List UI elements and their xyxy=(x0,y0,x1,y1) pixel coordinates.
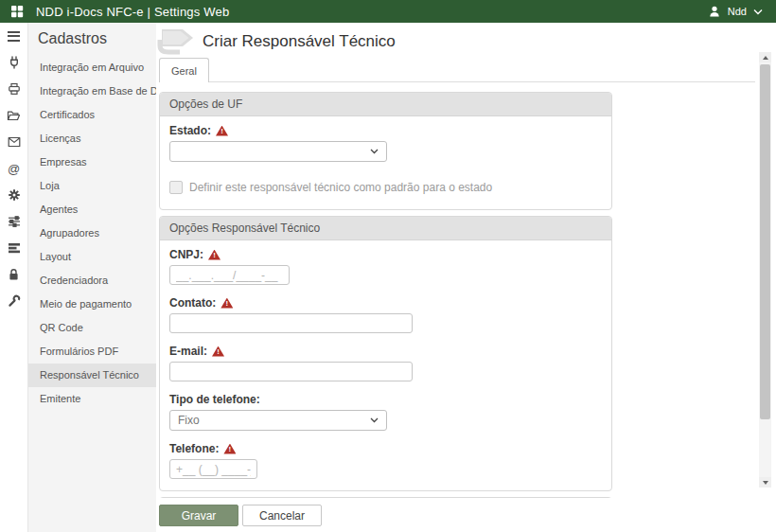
preferences-nav-button[interactable] xyxy=(0,208,27,235)
select-chevron-icon xyxy=(370,417,379,423)
topbar: NDD i-Docs NFC-e | Settings Web Ndd xyxy=(0,0,776,23)
sidebar-item-formularios-pdf[interactable]: Formulários PDF xyxy=(28,340,156,364)
sidebar-item-agentes[interactable]: Agentes xyxy=(28,198,156,222)
cnpj-input[interactable] xyxy=(169,265,290,285)
user-icon xyxy=(708,5,721,18)
hamburger-icon xyxy=(8,31,20,42)
tab-geral[interactable]: Geral xyxy=(159,58,209,82)
required-warning-icon xyxy=(220,298,233,309)
document-pages-icon xyxy=(156,27,198,57)
grid-icon xyxy=(10,5,24,18)
tipo-telefone-label-row: Tipo de telefone: xyxy=(169,393,602,406)
sidebar-icon-strip: @ xyxy=(0,23,28,532)
user-menu[interactable]: Ndd xyxy=(708,5,763,18)
sidebar-item-integracao-em-base-de-dados[interactable]: Integração em Base de Dados xyxy=(28,80,156,103)
tipo-telefone-select[interactable]: Fixo xyxy=(169,410,387,431)
section-title: Opções de UF xyxy=(160,93,611,116)
required-warning-icon xyxy=(212,346,224,357)
telefone-input[interactable] xyxy=(169,459,257,479)
app-title: NDD i-Docs NFC-e | Settings Web xyxy=(36,5,229,19)
plug-icon xyxy=(8,56,21,69)
sidebar-item-qr-code[interactable]: QR Code xyxy=(28,316,156,340)
at-icon: @ xyxy=(7,162,21,176)
sidebar-item-layout[interactable]: Layout xyxy=(28,245,156,269)
sidebar-item-licencas[interactable]: Licenças xyxy=(28,127,156,151)
tools-nav-button[interactable] xyxy=(0,288,27,314)
sidebar-item-meio-de-pagamento[interactable]: Meio de pagamento xyxy=(28,293,156,316)
tipo-telefone-label: Tipo de telefone: xyxy=(169,393,260,406)
sidebar-item-certificados[interactable]: Certificados xyxy=(28,103,156,127)
cnpj-label-row: CNPJ: xyxy=(169,248,602,261)
gear-icon xyxy=(8,188,21,202)
telefone-label: Telefone: xyxy=(169,442,219,455)
page-header: Criar Responsável Técnico xyxy=(156,25,396,59)
sliders-icon xyxy=(8,215,21,228)
menu-toggle-button[interactable] xyxy=(0,23,27,49)
page-title: Criar Responsável Técnico xyxy=(203,32,396,51)
contato-label-row: Contato: xyxy=(169,296,602,310)
email-input[interactable] xyxy=(169,362,413,381)
section-opcoes-de-uf: Opções de UF Estado: D xyxy=(159,92,612,210)
cadastros-nav-button[interactable] xyxy=(0,102,27,129)
triangle-down-icon xyxy=(763,481,768,485)
default-for-state-label: Definir este responsável técnico como pa… xyxy=(189,181,492,194)
sidebar-item-loja[interactable]: Loja xyxy=(28,174,156,198)
section-opcoes-de-csrt: Opções de CSRT Identificador: xyxy=(159,497,612,498)
required-warning-icon xyxy=(216,126,228,136)
form-actions: Gravar Cancelar xyxy=(159,505,322,526)
wrench-icon xyxy=(8,294,21,308)
telefone-label-row: Telefone: xyxy=(169,442,602,455)
sidebar-item-agrupadores[interactable]: Agrupadores xyxy=(28,222,156,245)
svg-text:@: @ xyxy=(8,162,20,176)
sidebar-item-credenciadora[interactable]: Credenciadora xyxy=(28,269,156,293)
cancel-button[interactable]: Cancelar xyxy=(242,505,322,526)
folder-open-icon xyxy=(7,109,21,122)
envelope-icon xyxy=(8,136,21,148)
settings-nav-button[interactable] xyxy=(0,182,27,208)
lock-icon xyxy=(8,268,20,281)
estado-select[interactable] xyxy=(169,141,387,162)
save-button[interactable]: Gravar xyxy=(159,505,238,526)
sidebar-header: Cadastros xyxy=(28,23,156,56)
mail-nav-button[interactable] xyxy=(0,129,27,155)
estado-label: Estado: xyxy=(169,124,211,137)
layout-list-icon xyxy=(8,242,21,254)
printing-nav-button[interactable] xyxy=(0,76,27,102)
user-name: Ndd xyxy=(728,6,747,17)
section-opcoes-responsavel-tecnico: Opções Responsável Técnico CNPJ: Contato… xyxy=(159,216,612,491)
email-label-row: E-mail: xyxy=(169,345,602,358)
security-nav-button[interactable] xyxy=(0,261,27,288)
printer-icon xyxy=(8,82,21,96)
layout-nav-button[interactable] xyxy=(0,235,27,261)
scroll-down-button[interactable] xyxy=(759,477,771,488)
required-warning-icon xyxy=(223,444,236,454)
vertical-scrollbar[interactable] xyxy=(759,52,771,488)
form-panel: Opções de UF Estado: D xyxy=(159,81,755,498)
email-label: E-mail: xyxy=(169,345,207,358)
required-warning-icon xyxy=(208,250,220,260)
email-settings-nav-button[interactable]: @ xyxy=(0,155,27,182)
sidebar-item-integracao-em-arquivo[interactable]: Integração em Arquivo xyxy=(28,56,156,80)
estado-label-row: Estado: xyxy=(169,124,602,137)
chevron-down-icon xyxy=(753,9,763,15)
cnpj-label: CNPJ: xyxy=(169,248,203,261)
sidebar-item-empresas[interactable]: Empresas xyxy=(28,151,156,174)
contato-label: Contato: xyxy=(169,296,216,310)
scrollbar-thumb[interactable] xyxy=(760,64,770,419)
sidebar-item-responsavel-tecnico[interactable]: Responsável Técnico xyxy=(28,364,156,387)
scroll-up-button[interactable] xyxy=(759,52,771,62)
tipo-telefone-select-value: Fixo xyxy=(178,414,200,427)
section-title: Opções Responsável Técnico xyxy=(160,217,611,240)
sidebar-item-emitente[interactable]: Emitente xyxy=(28,387,156,411)
main-content: Criar Responsável Técnico Geral Opções d… xyxy=(156,23,776,532)
app-grid-button[interactable] xyxy=(5,0,29,23)
contato-input[interactable] xyxy=(169,313,413,333)
triangle-up-icon xyxy=(763,56,768,60)
integrations-nav-button[interactable] xyxy=(0,49,27,76)
default-for-state-checkbox[interactable] xyxy=(169,181,183,194)
sidebar-menu: Cadastros Integração em Arquivo Integraç… xyxy=(28,23,156,532)
select-chevron-icon xyxy=(370,149,379,154)
